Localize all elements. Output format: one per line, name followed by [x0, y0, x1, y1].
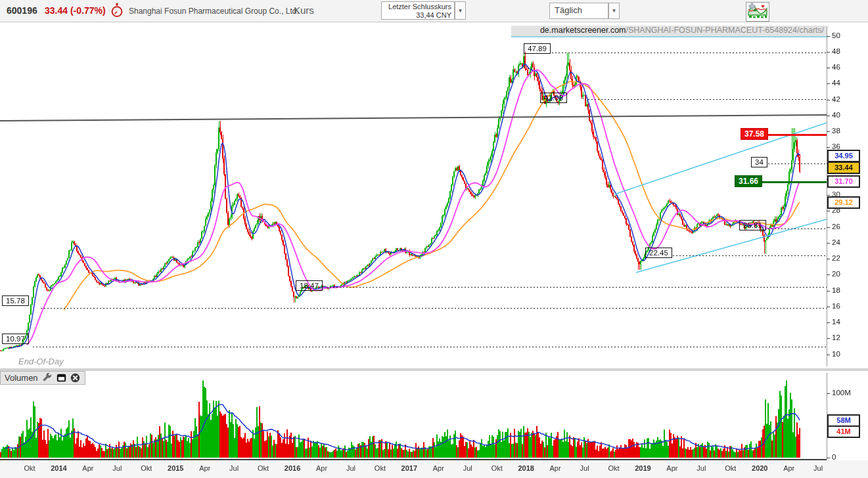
y-axis-label: 12 [832, 334, 840, 341]
price-level-annotation: 47.89 [524, 43, 551, 54]
x-axis-label: Jul [346, 464, 355, 472]
x-axis-label: Apr [783, 464, 794, 472]
y-axis-label: 24 [832, 238, 840, 246]
x-axis-label: Okt [375, 464, 386, 472]
x-axis-label: Apr [316, 464, 327, 472]
x-axis-label: 2017 [401, 464, 417, 472]
x-axis-label: Apr [82, 464, 93, 472]
price-level-annotation: 34 [751, 157, 767, 167]
x-axis-label: Okt [141, 464, 152, 472]
x-axis-label: Apr [666, 464, 677, 472]
y-axis-label: 10 [832, 350, 840, 358]
price-axis-tag: 33.44 [827, 162, 860, 174]
y-axis-label: 18 [832, 286, 840, 294]
price-level-annotation: 10.97 [2, 334, 29, 344]
x-axis-label: Apr [199, 464, 210, 472]
price-axis-tag: 34.95 [827, 150, 860, 162]
price-level-annotation: 18.47 [296, 280, 323, 291]
price-level-annotation: 42.08 [540, 93, 567, 103]
y-axis-label: 48 [832, 47, 840, 55]
x-axis-label: Okt [258, 464, 269, 472]
x-axis-label: Jul [813, 464, 823, 472]
x-axis-label: Okt [491, 464, 503, 472]
y-axis-label: 38 [832, 127, 840, 135]
x-axis-label: 2020 [752, 464, 767, 472]
x-axis-label: 2014 [51, 464, 66, 472]
volume-axis-label: 0 [832, 453, 836, 461]
x-axis-label: Jul [463, 464, 472, 472]
x-axis-label: 2018 [518, 464, 534, 472]
y-axis-label: 14 [832, 318, 840, 326]
y-axis-label: 40 [832, 111, 840, 119]
y-axis-label: 26 [832, 223, 840, 230]
x-axis-label: 2015 [168, 464, 183, 472]
x-axis-label: Jul [580, 464, 589, 472]
price-level-annotation: 22.45 [645, 248, 672, 258]
y-axis-label: 22 [832, 254, 840, 262]
x-axis-label: Jul [112, 464, 122, 472]
y-axis-label: 42 [832, 95, 840, 103]
x-axis-label: 2019 [635, 464, 651, 472]
chart-application: 600196 33.44 (-0.77%) Shanghai Fosun Pha… [0, 0, 868, 478]
price-level-annotation: 25.81 [739, 220, 766, 230]
y-axis-label: 46 [832, 63, 840, 71]
price-level-annotation: 15.78 [2, 295, 29, 306]
y-axis-label: 44 [832, 79, 840, 87]
price-level-annotation: 31.66 [735, 175, 762, 187]
x-axis-label: Okt [608, 464, 619, 472]
label-overlay: 5048464442403836343230282624222018161412… [0, 0, 868, 478]
volume-axis-tag: 41M [827, 425, 860, 438]
x-axis-label: Okt [725, 464, 736, 472]
volume-axis-label: 100M [832, 389, 851, 397]
x-axis-label: Jul [697, 464, 706, 472]
x-axis-label: Apr [433, 464, 444, 472]
price-axis-tag: 31.70 [827, 175, 860, 188]
y-axis-label: 20 [832, 270, 840, 278]
x-axis-label: Jul [229, 464, 239, 472]
price-axis-tag: 29.12 [827, 196, 860, 209]
x-axis-label: Okt [24, 464, 35, 472]
x-axis-label: Apr [550, 464, 561, 472]
x-axis-label: 2016 [285, 464, 300, 472]
y-axis-label: 16 [832, 302, 840, 310]
price-level-annotation: 37.58 [741, 128, 768, 140]
y-axis-label: 50 [832, 32, 840, 39]
